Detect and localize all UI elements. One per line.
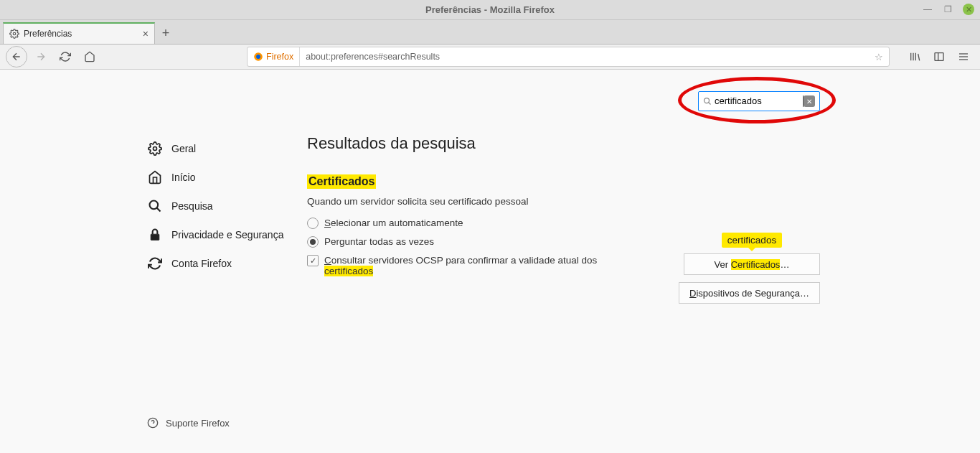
page-heading: Resultados da pesquisa (307, 134, 842, 153)
sidebar-item-privacy[interactable]: Privacidade e Segurança (138, 220, 293, 249)
firefox-badge-label: Firefox (266, 52, 293, 62)
button-label: Dispositivos de Segurança… (689, 288, 809, 299)
search-value: certificados (715, 95, 804, 107)
tab-preferences[interactable]: Preferências × (3, 22, 155, 44)
gear-icon (147, 141, 163, 156)
home-button[interactable] (79, 47, 100, 67)
back-button[interactable] (6, 46, 27, 67)
tab-label: Preferências (24, 29, 143, 39)
clear-search-icon[interactable]: ✕ (804, 95, 815, 107)
support-label: Suporte Firefox (166, 418, 230, 429)
search-icon (147, 199, 163, 213)
nav-toolbar: Firefox about:preferences#searchResults … (0, 45, 980, 70)
bookmark-star-icon[interactable]: ☆ (869, 52, 889, 62)
library-icon[interactable] (904, 47, 925, 67)
checkbox-icon[interactable]: ✓ (307, 255, 319, 266)
window-titlebar: Preferências - Mozilla Firefox — ❐ ✕ (0, 0, 980, 20)
main-panel: certificados ✕ Resultados da pesquisa Ce… (293, 70, 842, 453)
preferences-search-input[interactable]: certificados ✕ (698, 91, 820, 111)
svg-line-10 (157, 208, 161, 212)
option-label: Perguntar todas as vezes (324, 236, 434, 247)
minimize-icon[interactable]: — (923, 4, 933, 14)
svg-point-9 (150, 201, 159, 210)
button-label: Ver Certificados… (715, 259, 790, 270)
sidebar-item-account[interactable]: Conta Firefox (138, 249, 293, 278)
sidebar-item-search[interactable]: Pesquisa (138, 192, 293, 220)
sidebar-item-label: Conta Firefox (171, 258, 232, 269)
search-icon (703, 97, 712, 106)
newtab-button[interactable]: + (155, 22, 176, 44)
url-bar[interactable]: Firefox about:preferences#searchResults … (247, 47, 890, 67)
svg-point-2 (256, 55, 260, 59)
content-area: Geral Início Pesquisa Privacidade e Segu… (0, 70, 980, 453)
window-title: Preferências - Mozilla Firefox (425, 4, 555, 15)
svg-rect-11 (151, 234, 159, 240)
search-highlight-tooltip: certificados (722, 233, 782, 248)
radio-icon[interactable] (307, 218, 319, 229)
help-icon (147, 417, 159, 429)
cert-prompt: Quando um servidor solicita seu certific… (307, 196, 842, 207)
sidebars-icon[interactable] (928, 47, 950, 67)
option-label: Selecionar um automaticamente (324, 218, 463, 228)
svg-point-8 (154, 147, 157, 151)
view-certificates-button[interactable]: certificados Ver Certificados… (684, 253, 820, 275)
svg-point-0 (13, 32, 16, 35)
reload-button[interactable] (55, 47, 76, 67)
tab-strip: Preferências × + (0, 20, 980, 45)
security-devices-button[interactable]: Dispositivos de Segurança… (679, 282, 820, 304)
option-label: Consultar servidores OCSP para confirmar… (324, 255, 616, 276)
sidebar-item-label: Pesquisa (171, 200, 213, 212)
home-icon (147, 170, 163, 185)
sync-icon (147, 256, 163, 271)
preferences-sidebar: Geral Início Pesquisa Privacidade e Segu… (138, 70, 293, 453)
menu-icon[interactable] (953, 47, 974, 67)
forward-button (30, 47, 52, 67)
option-ocsp[interactable]: ✓ Consultar servidores OCSP para confirm… (307, 251, 616, 280)
radio-icon[interactable] (307, 236, 319, 248)
close-icon[interactable]: ✕ (963, 4, 974, 15)
option-select-auto[interactable]: Selecionar um automaticamente (307, 214, 842, 233)
sidebar-item-home[interactable]: Início (138, 163, 293, 192)
svg-point-14 (705, 98, 710, 103)
svg-line-15 (709, 103, 711, 105)
lock-icon (147, 228, 163, 242)
url-text: about:preferences#searchResults (300, 52, 869, 62)
sidebar-support-link[interactable]: Suporte Firefox (138, 411, 238, 434)
sidebar-item-general[interactable]: Geral (138, 134, 293, 163)
firefox-badge: Firefox (248, 47, 300, 66)
svg-rect-3 (935, 53, 943, 61)
sidebar-item-label: Início (171, 172, 195, 183)
sidebar-item-label: Geral (171, 143, 196, 154)
gear-icon (9, 29, 19, 39)
section-title-certificados: Certificados (307, 174, 376, 189)
tab-close-icon[interactable]: × (143, 28, 149, 39)
sidebar-item-label: Privacidade e Segurança (171, 229, 283, 240)
maximize-icon[interactable]: ❐ (943, 4, 953, 14)
